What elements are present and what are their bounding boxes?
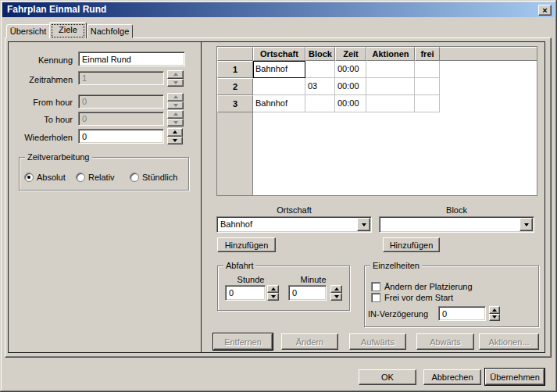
tab-ziele[interactable]: Ziele	[49, 22, 87, 38]
chevron-down-icon	[362, 223, 366, 226]
column-header-zeit: Zeit	[335, 47, 366, 61]
minute-label: Minute	[286, 275, 341, 284]
radio-absolut[interactable]	[24, 173, 34, 182]
radio-relativ-label: Relativ	[88, 173, 115, 182]
radio-stuendlich[interactable]	[130, 173, 139, 182]
checkbox-frei-vor-dem-start[interactable]	[371, 293, 380, 302]
abwaerts-button: Abwärts	[416, 333, 474, 350]
row-header[interactable]: 2	[217, 78, 253, 95]
spin-up-icon[interactable]	[489, 306, 500, 314]
kennung-input[interactable]	[78, 52, 185, 66]
from-hour-input	[78, 94, 164, 109]
ok-button[interactable]: OK	[359, 369, 416, 385]
aendern-button: Ändern	[281, 333, 338, 350]
close-button[interactable]: ×	[538, 5, 552, 16]
stunde-spinner[interactable]	[267, 285, 279, 301]
ortschaft-combo-value: Bahnhof	[220, 219, 252, 229]
radio-absolut-label: Absolut	[37, 173, 66, 182]
spin-down-icon[interactable]	[267, 293, 279, 301]
to-hour-input	[78, 112, 164, 126]
hinzufuegen-ortschaft-button[interactable]: Hinzufügen	[217, 237, 276, 252]
spin-up-icon	[167, 70, 184, 79]
to-hour-label: To hour	[16, 115, 73, 124]
entfernen-button: Entfernen	[213, 333, 273, 350]
destinations-table: Ortschaft Block Zeit Aktionen frei 1 Bah…	[216, 46, 537, 196]
table-cell-ortschaft[interactable]: Bahnhof	[253, 95, 305, 112]
kennung-label: Kennung	[16, 55, 73, 65]
zeitverarbeitung-title: Zeitverarbeitung	[25, 152, 92, 162]
spin-down-icon	[167, 79, 184, 87]
window-title: Fahrplan Einmal Rund	[7, 4, 106, 15]
table-cell-frei[interactable]	[415, 61, 440, 78]
table-cell-frei[interactable]	[415, 95, 440, 112]
table-cell-aktionen[interactable]	[366, 78, 415, 95]
table-cell-aktionen[interactable]	[366, 61, 415, 78]
abbrechen-button[interactable]: Abbrechen	[423, 369, 481, 385]
table-cell-zeit[interactable]: 00:00	[335, 78, 366, 95]
spin-down-icon	[167, 119, 184, 127]
spin-up-icon[interactable]	[330, 285, 342, 293]
spin-up-icon	[167, 93, 184, 102]
uebernehmen-button[interactable]: Übernehmen	[485, 369, 545, 385]
row-header[interactable]: 1	[217, 61, 253, 78]
from-hour-label: From hour	[16, 98, 73, 107]
checkbox-aendern-der-platzierung[interactable]	[371, 282, 380, 291]
table-cell-block[interactable]: 03	[305, 78, 335, 95]
title-bar: Fahrplan Einmal Rund	[2, 2, 555, 17]
tab-nachfolge[interactable]: Nachfolge	[87, 24, 133, 38]
table-cell-block[interactable]	[305, 61, 335, 78]
spin-down-icon[interactable]	[167, 137, 183, 145]
ortschaft-combo-dropdown-button[interactable]	[357, 218, 370, 231]
hinzufuegen-block-button[interactable]: Hinzufügen	[383, 237, 440, 252]
table-cell-aktionen[interactable]	[366, 95, 415, 112]
spin-down-icon	[167, 102, 184, 110]
minute-spinner[interactable]	[330, 285, 342, 301]
table-cell-ortschaft[interactable]: Bahnhof	[253, 61, 305, 78]
wiederholen-label: Wiederholen	[16, 133, 73, 142]
block-combo-label: Block	[379, 205, 534, 215]
in-verzoegerung-input[interactable]	[438, 306, 486, 321]
radio-relativ[interactable]	[76, 173, 85, 182]
wiederholen-spinner[interactable]	[167, 128, 183, 144]
spin-up-icon	[167, 110, 184, 119]
in-verzoegerung-spinner[interactable]	[489, 306, 500, 321]
dialog-window: Fahrplan Einmal Rund × Übersicht Ziele N…	[0, 0, 557, 392]
close-icon: ×	[542, 5, 547, 15]
to-hour-spinner	[167, 110, 184, 127]
ortschaft-combo-label: Ortschaft	[216, 205, 372, 215]
ortschaft-combo[interactable]: Bahnhof	[216, 216, 372, 233]
checkbox-frei-vor-dem-start-label: Frei vor dem Start	[384, 293, 453, 302]
row-header[interactable]: 3	[217, 95, 253, 112]
einzelheiten-title: Einzelheiten	[370, 261, 422, 270]
minute-input[interactable]	[288, 285, 327, 301]
stunde-label: Stunde	[223, 275, 278, 284]
column-header-frei: frei	[415, 47, 440, 61]
zeitrahmen-spinner	[167, 70, 184, 87]
from-hour-spinner	[167, 93, 184, 109]
spin-up-icon[interactable]	[267, 285, 279, 293]
spin-down-icon[interactable]	[330, 293, 342, 301]
table-cell-ortschaft[interactable]	[253, 78, 305, 95]
column-header-ortschaft: Ortschaft	[253, 47, 305, 61]
spin-down-icon[interactable]	[489, 314, 500, 322]
chevron-down-icon	[524, 223, 529, 226]
block-combo-dropdown-button[interactable]	[520, 218, 533, 231]
checkbox-aendern-der-platzierung-label: Ändern der Platzierung	[384, 282, 473, 291]
pane-divider	[201, 42, 202, 352]
aktionen-button: Aktionen...	[479, 333, 539, 350]
stunde-input[interactable]	[225, 285, 266, 301]
column-header-block: Block	[305, 47, 335, 61]
block-combo[interactable]	[379, 216, 534, 233]
spin-up-icon[interactable]	[167, 128, 183, 137]
wiederholen-input[interactable]	[78, 129, 164, 144]
table-cell-block[interactable]	[305, 95, 335, 112]
abfahrt-title: Abfahrt	[223, 261, 255, 270]
tab-uebersicht[interactable]: Übersicht	[6, 24, 50, 38]
table-cell-zeit[interactable]: 00:00	[335, 61, 366, 78]
column-header-corner	[217, 47, 253, 61]
column-header-aktionen: Aktionen	[366, 47, 415, 61]
aufwaerts-button: Aufwärts	[349, 333, 406, 350]
table-cell-frei[interactable]	[415, 78, 440, 95]
table-cell-zeit[interactable]: 00:00	[335, 95, 366, 112]
in-verzoegerung-label: IN-Verzögerung	[368, 309, 428, 319]
